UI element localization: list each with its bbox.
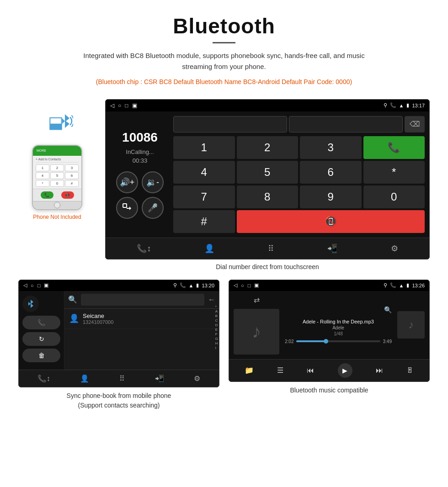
dial-key-star[interactable]: * bbox=[363, 161, 425, 184]
music-playlist-icon[interactable]: ☰ bbox=[277, 366, 283, 375]
alpha-G: G bbox=[215, 337, 218, 341]
status-time: 13:17 bbox=[412, 103, 425, 108]
phone-keypad: 1 2 3 4 5 6 * 0 # bbox=[36, 164, 79, 187]
alpha-C: C bbox=[215, 318, 218, 323]
dial-status-bar: ◁ ○ □ ▣ ⚲ 📞 ▲ ▮ 13:17 bbox=[106, 100, 429, 111]
wifi-icon: ▲ bbox=[399, 103, 404, 108]
call-status-icon: 📞 bbox=[390, 102, 396, 108]
mute-button[interactable]: 🎤 bbox=[142, 197, 164, 219]
pb-contact-avatar-icon: 👤 bbox=[69, 313, 79, 323]
dial-key-0[interactable]: 0 bbox=[363, 185, 425, 208]
phone-key-4: 4 bbox=[36, 172, 49, 179]
dial-key-5[interactable]: 5 bbox=[237, 161, 299, 184]
pb-main: 📞 ↻ 🗑 🔍 ← 👤 Seicane 132410 bbox=[19, 291, 219, 370]
pb-contact-info: Seicane 13241007000 bbox=[83, 312, 113, 325]
dial-key-1[interactable]: 1 bbox=[173, 136, 235, 159]
phone-key-hash: # bbox=[65, 180, 79, 187]
pb-delete-btn[interactable]: 🗑 bbox=[22, 349, 60, 362]
title-underline bbox=[213, 42, 235, 43]
dial-bottom-bar: 📞↕ 👤 ⠿ 📲 ⚙ bbox=[106, 238, 429, 259]
pb-bottom-transfer-icon[interactable]: 📲 bbox=[151, 373, 168, 384]
dial-bottom-contacts-icon[interactable]: 👤 bbox=[200, 242, 219, 255]
music-status-bar: ◁ ○ □ ▣ ⚲ 📞 ▲ ▮ 13:26 bbox=[229, 280, 429, 291]
volume-up-button[interactable]: 🔊+ bbox=[116, 171, 138, 193]
dial-input-box[interactable] bbox=[173, 116, 287, 132]
dial-key-7[interactable]: 7 bbox=[173, 185, 235, 208]
phone-not-included-label: Phone Not Included bbox=[33, 214, 81, 220]
phone-key-2: 2 bbox=[50, 164, 64, 171]
dial-call-button[interactable]: 📞 bbox=[363, 136, 425, 159]
dial-key-2[interactable]: 2 bbox=[237, 136, 299, 159]
phone-bottom-buttons: 📞 📵 bbox=[33, 189, 81, 201]
phone-key-star: * bbox=[36, 180, 49, 187]
music-info-col: 🔍 Adele - Rolling In the Deep.mp3 Adele … bbox=[285, 306, 392, 344]
phone-illustration: ⬓ MORE + Add to Contacts 1 2 bbox=[18, 99, 96, 220]
dial-key-9[interactable]: 9 bbox=[300, 185, 362, 208]
dial-bottom-keypad-icon[interactable]: ⠿ bbox=[263, 242, 278, 255]
bluetooth-icon-area: ⬓ bbox=[37, 108, 78, 140]
pb-bottom-contacts-icon[interactable]: 👤 bbox=[76, 373, 93, 384]
dial-input-row: ⌫ bbox=[173, 116, 425, 132]
dial-calling-status: InCalling... bbox=[126, 148, 154, 155]
dial-bottom-calls-icon[interactable]: 📞↕ bbox=[132, 242, 155, 255]
dial-key-3[interactable]: 3 bbox=[300, 136, 362, 159]
dial-input-box-2[interactable] bbox=[289, 116, 403, 132]
music-screen: ◁ ○ □ ▣ ⚲ 📞 ▲ ▮ 13:26 ⇄ bbox=[229, 280, 430, 382]
music-folder-icon[interactable]: 📁 bbox=[245, 366, 254, 375]
dial-key-4[interactable]: 4 bbox=[173, 161, 235, 184]
dial-delete-button[interactable]: ⌫ bbox=[405, 116, 425, 132]
phone-key-0: 0 bbox=[50, 180, 64, 187]
dial-caption: Dial number direct from touchscreen bbox=[105, 263, 430, 270]
pb-call-btn[interactable]: 📞 bbox=[22, 316, 60, 329]
pb-content: 🔍 ← 👤 Seicane 13241007000 * bbox=[64, 291, 219, 370]
pb-loc-icon: ⚲ bbox=[173, 282, 177, 288]
phone-top-text: MORE bbox=[37, 149, 46, 152]
pb-search-back-icon[interactable]: ← bbox=[208, 296, 215, 304]
phonebook-screen: ◁ ○ □ ▣ ⚲ 📞 ▲ ▮ 13:20 bbox=[18, 280, 219, 387]
phonebook-block: ◁ ○ □ ▣ ⚲ 📞 ▲ ▮ 13:20 bbox=[18, 280, 219, 410]
music-progress-bar[interactable] bbox=[296, 340, 380, 342]
music-progress-row: 2:02 3:49 bbox=[285, 339, 392, 344]
dial-end-button[interactable]: 📵 bbox=[237, 210, 425, 233]
dial-bottom-settings-icon[interactable]: ⚙ bbox=[386, 242, 403, 255]
music-progress-fill bbox=[296, 340, 325, 342]
pb-search-bar[interactable] bbox=[81, 294, 204, 306]
alphabet-sidebar: * A B C D E F G H I bbox=[215, 305, 218, 350]
music-search-icon[interactable]: 🔍 bbox=[384, 306, 392, 313]
pb-sync-btn[interactable]: ↻ bbox=[22, 332, 60, 346]
dial-screen-container: ◁ ○ □ ▣ ⚲ 📞 ▲ ▮ 13:17 10086 InCa bbox=[105, 99, 430, 270]
pb-bottom-settings-icon[interactable]: ⚙ bbox=[190, 373, 204, 384]
dial-key-8[interactable]: 8 bbox=[237, 185, 299, 208]
pb-bt-icon bbox=[22, 296, 39, 312]
music-next-icon[interactable]: ⏭ bbox=[376, 366, 383, 375]
music-equalizer-icon[interactable]: 🎚 bbox=[406, 366, 414, 375]
shuffle-icon[interactable]: ⇄ bbox=[254, 296, 260, 304]
transfer-button[interactable] bbox=[116, 197, 138, 219]
music-right-art: ♪ bbox=[397, 311, 425, 339]
dial-bottom-transfer-icon[interactable]: 📲 bbox=[323, 242, 342, 255]
pb-battery-icon: ▮ bbox=[196, 282, 199, 288]
phonebook-caption: Sync phone-book from mobile phone (Suppo… bbox=[18, 391, 219, 410]
dial-key-hash[interactable]: # bbox=[173, 210, 235, 233]
phone-end-button: 📵 bbox=[61, 191, 74, 199]
dial-right-panel: ⌫ 1 2 3 📞 4 5 6 * 7 8 9 0 bbox=[173, 116, 425, 233]
music-time-current: 2:02 bbox=[285, 339, 293, 344]
music-battery-icon: ▮ bbox=[406, 282, 409, 288]
pb-contact-item[interactable]: 👤 Seicane 13241007000 bbox=[64, 309, 219, 329]
content-area: ⬓ MORE + Add to Contacts 1 2 bbox=[0, 92, 448, 275]
phone-screen-content: + Add to Contacts 1 2 3 4 5 6 * 0 # bbox=[33, 156, 81, 189]
phone-key-6: 6 bbox=[65, 172, 79, 179]
pb-recents-icon: □ bbox=[37, 283, 41, 288]
pb-bottom-keypad-icon[interactable]: ⠿ bbox=[116, 373, 128, 384]
status-right: ⚲ 📞 ▲ ▮ 13:17 bbox=[384, 102, 425, 108]
dial-key-6[interactable]: 6 bbox=[300, 161, 362, 184]
music-prev-icon[interactable]: ⏮ bbox=[307, 366, 314, 375]
music-progress-dot bbox=[324, 339, 328, 344]
music-note-small-icon: ♪ bbox=[408, 318, 414, 331]
volume-down-button[interactable]: 🔉- bbox=[142, 171, 164, 193]
alpha-F: F bbox=[215, 332, 218, 336]
music-artist: Adele bbox=[332, 325, 344, 330]
dial-controls: 🔊+ 🔉- 🎤 bbox=[116, 171, 164, 219]
pb-bottom-calls-icon[interactable]: 📞↕ bbox=[34, 373, 54, 384]
music-play-button[interactable]: ▶ bbox=[338, 363, 352, 378]
